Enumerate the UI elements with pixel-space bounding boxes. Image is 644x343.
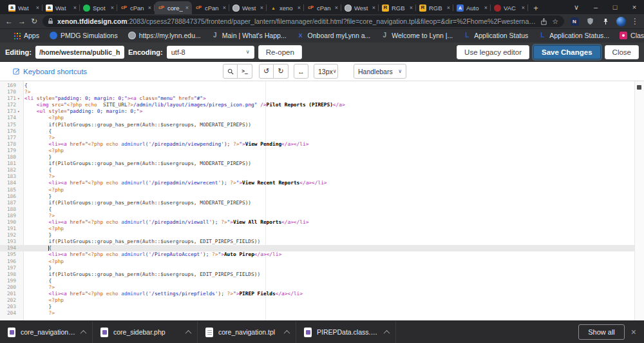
bookmark-item[interactable]: JWelcome to Lynn |... xyxy=(375,30,458,41)
maximize-icon[interactable]: □ xyxy=(605,0,625,14)
code-text[interactable]: <?php xyxy=(23,297,64,304)
browser-tab[interactable]: RRGB× xyxy=(416,1,453,14)
legacy-editor-button[interactable]: Use legacy editor xyxy=(457,45,529,59)
browser-tab[interactable]: cPcPan× xyxy=(304,1,341,14)
search-button[interactable] xyxy=(223,64,238,79)
bookmark-item[interactable]: JMain | What's Happ... xyxy=(206,30,292,41)
code-text[interactable]: { xyxy=(23,278,52,284)
syntax-mode-select[interactable]: Handlebars ∨ xyxy=(354,64,406,79)
chevron-up-icon[interactable] xyxy=(284,329,290,336)
font-size-select[interactable]: 13px ∨ xyxy=(314,64,338,79)
code-text[interactable]: <ul style="padding: 0; margin: 0;"> xyxy=(23,108,142,115)
code-text[interactable]: if(PilotGroups::group_has_perm(Auth::$us… xyxy=(23,239,260,245)
tab-close-icon[interactable]: × xyxy=(260,5,263,11)
tab-close-icon[interactable]: × xyxy=(148,5,151,11)
keyboard-shortcuts-link[interactable]: Keyboard shortcuts xyxy=(13,68,87,75)
tab-close-icon[interactable]: × xyxy=(36,5,39,11)
downloads-close-icon[interactable]: × xyxy=(631,327,636,337)
chevron-up-icon[interactable] xyxy=(80,329,87,336)
code-text[interactable]: ?> xyxy=(23,173,55,180)
code-text[interactable]: <?php xyxy=(23,226,64,232)
tab-close-icon[interactable]: × xyxy=(410,5,413,11)
code-text[interactable]: if(PilotGroups::group_has_perm(Auth::$us… xyxy=(23,271,260,278)
code-text[interactable]: <li style="padding: 0; margin: 0;"><a cl… xyxy=(23,95,206,102)
tab-close-icon[interactable]: × xyxy=(185,5,189,11)
tab-close-icon[interactable]: × xyxy=(522,5,525,11)
code-text[interactable]: ?> xyxy=(23,89,30,95)
browser-tab[interactable]: cPcore_× xyxy=(155,1,192,14)
download-item[interactable]: core_navigation.php xyxy=(0,321,93,343)
pin-icon[interactable] xyxy=(600,16,611,26)
new-tab-button[interactable]: + xyxy=(528,1,544,14)
code-text[interactable]: if(PilotGroups::group_has_perm(Auth::$us… xyxy=(23,122,251,128)
tab-close-icon[interactable]: × xyxy=(372,5,375,11)
code-text[interactable]: <?php xyxy=(23,259,64,265)
tab-close-icon[interactable]: × xyxy=(298,5,301,11)
browser-tab[interactable]: aWat× xyxy=(5,1,43,14)
browser-tab[interactable]: West× xyxy=(341,1,379,14)
window-close-icon[interactable]: × xyxy=(625,0,644,14)
tab-close-icon[interactable]: × xyxy=(447,5,450,11)
code-text[interactable]: <li><a href="<?php echo adminurl('/pirep… xyxy=(23,180,327,186)
browser-tab[interactable]: ▲xeno× xyxy=(267,1,304,14)
terminal-button[interactable]: >_ xyxy=(238,64,252,79)
browser-menu-icon[interactable]: ⋮ xyxy=(631,17,639,26)
code-text[interactable]: ?> xyxy=(23,213,55,219)
tab-close-icon[interactable]: × xyxy=(484,5,488,11)
save-changes-button[interactable]: Save Changes xyxy=(533,45,601,59)
path-input[interactable]: /home/westerna/public_h xyxy=(35,46,124,59)
tab-close-icon[interactable]: × xyxy=(111,5,114,11)
code-text[interactable]: } xyxy=(23,154,52,161)
browser-tab[interactable]: cPcPan× xyxy=(117,1,155,14)
code-text[interactable]: } xyxy=(23,304,52,310)
code-text[interactable]: } xyxy=(23,232,52,239)
code-text[interactable]: if(PilotGroups::group_has_perm(Auth::$us… xyxy=(23,161,251,167)
code-text[interactable]: { xyxy=(23,206,52,213)
code-text[interactable]: <img src="<?php echo SITE_URL?>/admin/li… xyxy=(23,102,345,108)
extension-n-icon[interactable]: N xyxy=(569,16,580,26)
code-text[interactable]: ?> xyxy=(23,135,55,141)
scrollbar-thumb[interactable] xyxy=(637,85,641,90)
close-button[interactable]: Close xyxy=(605,45,639,59)
forward-icon[interactable]: → xyxy=(18,17,26,25)
bookmark-item[interactable]: Apps xyxy=(8,30,44,41)
tab-search-icon[interactable]: ∨ xyxy=(567,0,586,14)
encoding-select[interactable]: utf-8 ∨ xyxy=(167,46,254,59)
tab-close-icon[interactable]: × xyxy=(73,5,77,11)
code-text[interactable]: <li><a href="<?php echo adminurl('/Pirep… xyxy=(23,251,281,258)
bookmark-item[interactable]: https://my.lynn.edu... xyxy=(123,30,206,41)
reload-icon[interactable]: ↻ xyxy=(31,17,37,25)
code-text[interactable]: } xyxy=(23,265,52,271)
editor-scrollbar[interactable] xyxy=(634,81,644,320)
reopen-button[interactable]: Re-open xyxy=(258,45,302,59)
redo-button[interactable]: ↻ xyxy=(274,64,289,79)
chevron-up-icon[interactable] xyxy=(185,329,192,336)
avatar[interactable] xyxy=(616,16,626,26)
browser-tab[interactable]: VAC× xyxy=(491,1,528,14)
bookmark-item[interactable]: LApplication Status... xyxy=(533,30,614,41)
fold-arrow-icon[interactable]: ▾ xyxy=(17,95,23,102)
code-text[interactable]: { xyxy=(23,83,28,89)
back-icon[interactable]: ← xyxy=(5,17,13,25)
bookmark-item[interactable]: XOnboard myLynn a... xyxy=(292,30,376,41)
code-text[interactable]: { xyxy=(23,128,52,135)
star-icon[interactable]: ☆ xyxy=(552,18,558,25)
chevron-up-icon[interactable] xyxy=(384,329,390,336)
bookmark-item[interactable]: LApplication Status xyxy=(458,30,533,41)
browser-tab[interactable]: West× xyxy=(229,1,267,14)
browser-tab[interactable]: Spot× xyxy=(80,1,117,14)
bookmark-item[interactable]: Classes xyxy=(614,30,644,41)
download-item[interactable]: core_sidebar.php xyxy=(93,321,198,343)
full-width-button[interactable]: ↔ xyxy=(294,64,308,79)
share-icon[interactable] xyxy=(540,18,547,25)
tab-close-icon[interactable]: × xyxy=(223,5,226,11)
browser-tab[interactable]: aWat× xyxy=(43,1,80,14)
undo-button[interactable]: ↺ xyxy=(259,64,274,79)
code-text[interactable]: <li><a href="<?php echo adminurl('/pirep… xyxy=(23,219,308,226)
code-editor[interactable]: 169{170?>171▾<li style="padding: 0; marg… xyxy=(0,81,644,320)
tab-close-icon[interactable]: × xyxy=(335,5,338,11)
address-bar[interactable]: xenon.tfdidesign.com:2083/cpsess27888473… xyxy=(43,15,564,27)
download-item[interactable]: core_navigation.tpl xyxy=(198,321,296,343)
download-item[interactable]: PIREPData.class.php xyxy=(296,321,396,343)
shield-icon[interactable] xyxy=(585,16,595,26)
